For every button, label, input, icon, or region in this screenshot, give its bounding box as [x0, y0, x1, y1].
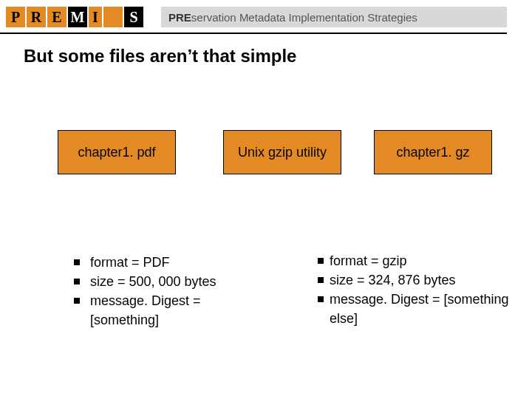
- logo-letter-s: S: [124, 7, 143, 27]
- list-item: size = 500, 000 bytes: [74, 272, 266, 291]
- bullet-icon: [74, 298, 80, 304]
- header-tagline: PREservation Metadata Implementation Str…: [161, 7, 507, 27]
- logo-letter-p: P: [6, 7, 25, 27]
- premis-logo: P R E M I S: [6, 7, 143, 27]
- slide-title: But some files aren’t that simple: [24, 46, 296, 66]
- list-item: message. Digest = [something]: [74, 291, 266, 330]
- tagline-rest: servation Metadata Implementation Strate…: [191, 11, 417, 24]
- logo-letter-r: R: [27, 7, 46, 27]
- list-item: format = gzip: [318, 251, 510, 270]
- list-item-text: message. Digest = [something else]: [330, 290, 510, 328]
- logo-spacer: [103, 7, 123, 27]
- slide-header: P R E M I S PREservation Metadata Implem…: [0, 0, 532, 35]
- list-item-text: message. Digest = [something]: [90, 291, 266, 330]
- bullet-icon: [74, 279, 80, 284]
- logo-letter-e: E: [47, 7, 66, 27]
- list-item-text: size = 500, 000 bytes: [90, 272, 266, 291]
- left-properties-list: format = PDF size = 500, 000 bytes messa…: [74, 253, 266, 330]
- box-output-file: chapter1. gz: [374, 130, 492, 174]
- list-item: message. Digest = [something else]: [318, 290, 510, 328]
- right-properties-list: format = gzip size = 324, 876 bytes mess…: [318, 251, 510, 328]
- list-item: size = 324, 876 bytes: [318, 270, 510, 290]
- list-item-text: format = PDF: [90, 253, 266, 272]
- tagline-emph: PRE: [168, 11, 191, 24]
- box-source-file: chapter1. pdf: [58, 130, 176, 174]
- bullet-icon: [318, 258, 324, 264]
- list-item: format = PDF: [74, 253, 266, 272]
- box-process: Unix gzip utility: [223, 130, 341, 174]
- bullet-icon: [74, 259, 80, 265]
- header-rule: [0, 33, 507, 34]
- bullet-icon: [318, 277, 324, 283]
- list-item-text: format = gzip: [330, 251, 510, 270]
- logo-letter-i: I: [89, 7, 102, 27]
- bullet-icon: [318, 296, 324, 302]
- logo-letter-m: M: [68, 7, 87, 27]
- list-item-text: size = 324, 876 bytes: [330, 270, 510, 290]
